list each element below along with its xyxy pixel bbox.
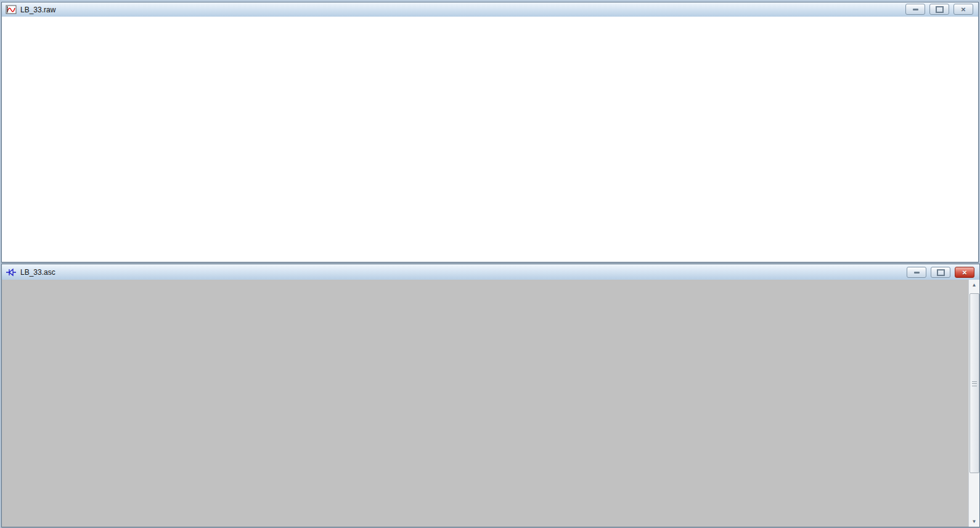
scroll-up-button[interactable]: ▲ — [969, 280, 979, 290]
minimize-button[interactable] — [905, 4, 925, 15]
close-button[interactable]: ✕ — [955, 267, 974, 278]
schematic-canvas[interactable]: ▲ ▼ — [2, 280, 979, 527]
minimize-icon — [913, 9, 918, 10]
waveform-plot-area[interactable] — [2, 17, 978, 262]
vertical-scrollbar[interactable]: ▲ ▼ — [968, 280, 979, 527]
waveform-window-title: LB_33.raw — [20, 6, 55, 14]
schematic-window-title: LB_33.asc — [20, 268, 55, 277]
scrollbar-thumb[interactable] — [970, 293, 979, 473]
close-icon: ✕ — [962, 269, 967, 276]
waveform-window: LB_33.raw ✕ — [1, 2, 979, 262]
minimize-icon — [914, 272, 920, 274]
waveform-titlebar[interactable]: LB_33.raw ✕ — [2, 2, 978, 17]
scrollbar-grip — [972, 381, 977, 386]
schematic-titlebar[interactable]: LB_33.asc ✕ — [2, 264, 979, 280]
close-icon: ✕ — [961, 6, 966, 13]
close-button[interactable]: ✕ — [953, 4, 973, 15]
schematic-file-icon — [6, 267, 17, 277]
scroll-down-button[interactable]: ▼ — [969, 516, 979, 527]
schematic-window: LB_33.asc ✕ ▲ ▼ — [1, 264, 980, 527]
minimize-button[interactable] — [907, 267, 926, 278]
restore-icon — [936, 6, 944, 13]
restore-button[interactable] — [931, 267, 950, 278]
waveform-file-icon — [6, 5, 17, 14]
restore-icon — [937, 269, 945, 276]
restore-button[interactable] — [929, 4, 949, 15]
